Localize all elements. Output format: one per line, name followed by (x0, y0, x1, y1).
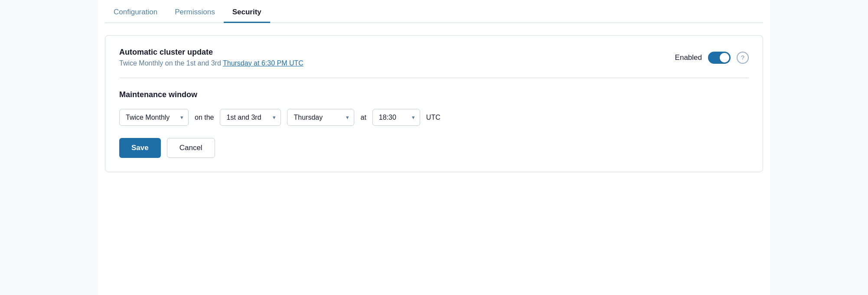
time-dropdown-wrapper: 17:00 17:30 18:00 18:30 19:00 19:30 ▾ (372, 109, 420, 126)
cluster-title: Automatic cluster update (119, 48, 303, 57)
cluster-desc-link[interactable]: Thursday at 6:30 PM UTC (223, 59, 303, 67)
occurrence-dropdown-wrapper: 1st and 3rd 2nd and 4th 1st 2nd 3rd ▾ (220, 109, 281, 126)
main-content: Automatic cluster update Twice Monthly o… (105, 23, 763, 172)
day-dropdown-wrapper: Monday Tuesday Wednesday Thursday Friday… (287, 109, 354, 126)
tab-nav: Configuration Permissions Security (105, 0, 763, 23)
cluster-desc-prefix: Twice Monthly on the 1st and 3rd (119, 59, 223, 67)
enabled-toggle[interactable] (708, 52, 731, 64)
cluster-description: Twice Monthly on the 1st and 3rd Thursda… (119, 59, 303, 67)
help-icon[interactable]: ? (737, 52, 749, 64)
occurrence-select[interactable]: 1st and 3rd 2nd and 4th 1st 2nd 3rd (220, 109, 281, 126)
enabled-section: Enabled ? (675, 52, 749, 64)
on-the-text: on the (195, 114, 214, 121)
maintenance-title: Maintenance window (119, 90, 749, 99)
at-text: at (360, 114, 366, 121)
toggle-thumb (720, 53, 729, 62)
tab-security[interactable]: Security (224, 2, 270, 23)
cluster-update-section: Automatic cluster update Twice Monthly o… (119, 48, 749, 78)
frequency-dropdown-wrapper: Twice Monthly Monthly Weekly ▾ (119, 109, 189, 126)
cluster-info: Automatic cluster update Twice Monthly o… (119, 48, 303, 67)
cancel-button[interactable]: Cancel (167, 138, 215, 158)
day-select[interactable]: Monday Tuesday Wednesday Thursday Friday… (287, 109, 354, 126)
enabled-label: Enabled (675, 53, 702, 62)
buttons-row: Save Cancel (119, 138, 749, 158)
tab-permissions[interactable]: Permissions (166, 2, 224, 23)
time-select[interactable]: 17:00 17:30 18:00 18:30 19:00 19:30 (372, 109, 420, 126)
tab-configuration[interactable]: Configuration (105, 2, 166, 23)
dropdowns-row: Twice Monthly Monthly Weekly ▾ on the 1s… (119, 109, 749, 126)
save-button[interactable]: Save (119, 138, 161, 158)
frequency-select[interactable]: Twice Monthly Monthly Weekly (119, 109, 189, 126)
maintenance-window-section: Maintenance window Twice Monthly Monthly… (119, 90, 749, 158)
settings-card: Automatic cluster update Twice Monthly o… (105, 35, 763, 172)
utc-text: UTC (426, 114, 441, 121)
